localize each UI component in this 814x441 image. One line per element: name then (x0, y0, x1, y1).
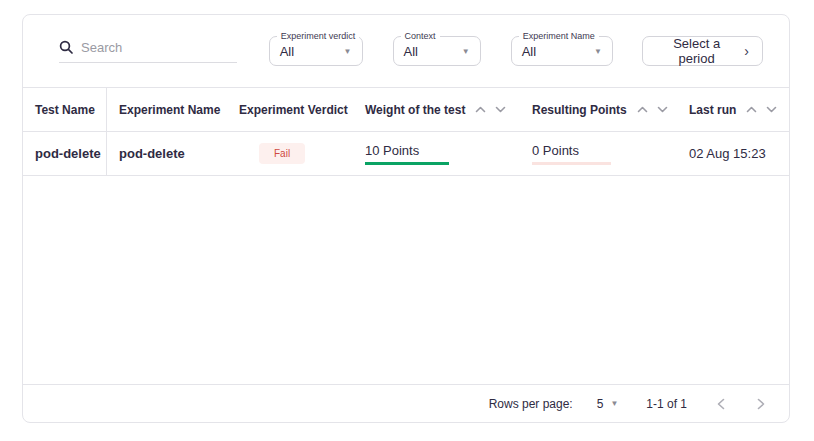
search-field[interactable] (59, 40, 237, 63)
sort-ascending-icon[interactable] (637, 106, 648, 113)
filters-toolbar: Experiment verdict All ▼ Context All ▼ E… (23, 15, 789, 87)
experiment-verdict-label: Experiment verdict (277, 30, 360, 42)
sort-ascending-icon[interactable] (746, 106, 757, 113)
search-icon (59, 40, 73, 54)
chevron-right-icon: › (744, 44, 749, 58)
cell-last-run: 02 Aug 15:23 (677, 132, 789, 175)
experiment-name-select[interactable]: Experiment Name All ▼ (511, 36, 613, 66)
sort-controls (475, 106, 506, 113)
pagination-range-label: 1-1 of 1 (646, 397, 687, 411)
results-table-page: Experiment verdict All ▼ Context All ▼ E… (0, 0, 814, 441)
table-pagination-footer: Rows per page: 5 ▼ 1-1 of 1 (23, 384, 789, 422)
cell-experiment-name: pod-delete (107, 132, 227, 175)
column-label: Experiment Name (119, 103, 220, 117)
table-header-row: Test Name Experiment Name Experiment Ver… (23, 87, 789, 132)
context-select[interactable]: Context All ▼ (393, 36, 481, 66)
column-header-experiment-verdict: Experiment Verdict (227, 88, 353, 131)
dropdown-caret-icon: ▼ (336, 47, 352, 56)
cell-resulting-points: 0 Points (520, 132, 677, 175)
context-value: All (404, 44, 418, 59)
experiment-name-value: pod-delete (119, 146, 185, 161)
dropdown-caret-icon: ▼ (586, 47, 602, 56)
cell-test-name: pod-delete (23, 132, 107, 175)
sort-controls (746, 106, 777, 113)
context-label: Context (401, 30, 440, 42)
rows-per-page-value: 5 (597, 397, 604, 411)
column-label: Experiment Verdict (239, 103, 348, 117)
chevron-right-icon (757, 398, 765, 410)
experiment-verdict-select[interactable]: Experiment verdict All ▼ (269, 36, 363, 66)
test-name-value: pod-delete (35, 146, 101, 161)
sort-descending-icon[interactable] (495, 106, 506, 113)
sort-ascending-icon[interactable] (475, 106, 486, 113)
column-label: Weight of the test (365, 103, 465, 117)
column-header-weight: Weight of the test (353, 88, 520, 131)
last-run-value: 02 Aug 15:23 (689, 146, 766, 161)
dropdown-caret-icon: ▼ (610, 399, 618, 408)
experiment-name-label: Experiment Name (519, 30, 599, 42)
previous-page-button[interactable] (711, 394, 731, 414)
column-header-test-name: Test Name (23, 88, 107, 131)
next-page-button[interactable] (751, 394, 771, 414)
pagination-controls (711, 394, 771, 414)
chevron-left-icon (717, 398, 725, 410)
results-card: Experiment verdict All ▼ Context All ▼ E… (22, 14, 790, 423)
table-empty-space (23, 176, 789, 384)
weight-progress-value: 10 Points (365, 143, 449, 165)
experiment-name-value: All (522, 44, 536, 59)
cell-experiment-verdict: Fail (227, 132, 353, 175)
select-period-button[interactable]: Select a period › (642, 36, 763, 66)
column-label: Last run (689, 103, 736, 117)
column-label: Resulting Points (532, 103, 627, 117)
search-input[interactable] (81, 40, 237, 55)
sort-descending-icon[interactable] (657, 106, 668, 113)
rows-per-page-select[interactable]: 5 ▼ (597, 397, 619, 411)
table-row[interactable]: pod-delete pod-delete Fail 10 Points 0 P… (23, 132, 789, 176)
column-label: Test Name (35, 103, 95, 117)
resulting-points-progress-value: 0 Points (532, 143, 611, 165)
verdict-fail-badge: Fail (259, 143, 305, 164)
select-period-label: Select a period (656, 36, 737, 66)
sort-descending-icon[interactable] (766, 106, 777, 113)
sort-controls (637, 106, 668, 113)
cell-weight: 10 Points (353, 132, 520, 175)
column-header-experiment-name: Experiment Name (107, 88, 227, 131)
column-header-last-run: Last run (677, 88, 789, 131)
column-header-resulting-points: Resulting Points (520, 88, 677, 131)
experiment-verdict-value: All (280, 44, 294, 59)
dropdown-caret-icon: ▼ (454, 47, 470, 56)
rows-per-page-label: Rows per page: (489, 397, 573, 411)
